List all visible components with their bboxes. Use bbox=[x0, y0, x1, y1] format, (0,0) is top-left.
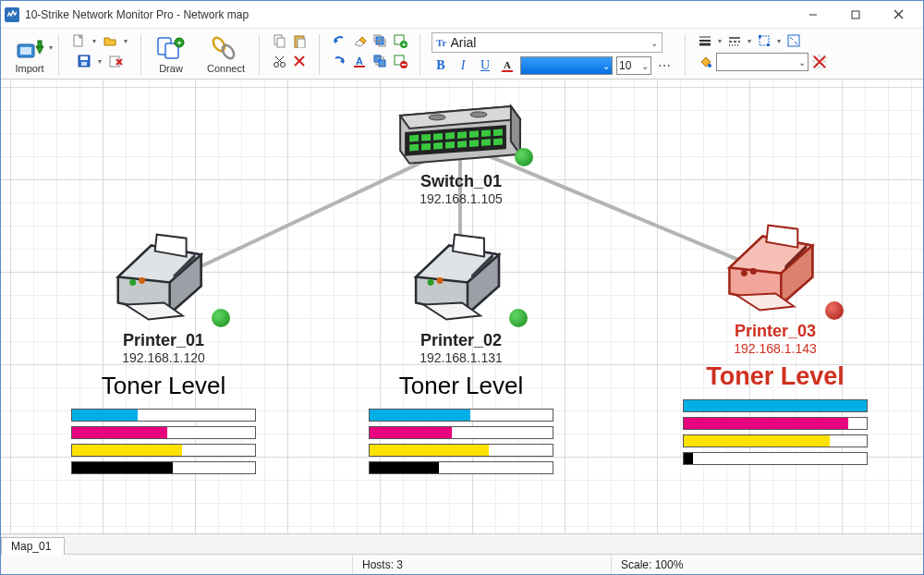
toner-bar-cyan bbox=[369, 409, 553, 422]
font-size-select[interactable]: 10⌄ bbox=[616, 56, 651, 75]
fill-color-select[interactable]: ⌄ bbox=[716, 53, 808, 71]
printer-node-2[interactable] bbox=[416, 235, 499, 320]
bold-button[interactable]: B bbox=[432, 56, 450, 75]
connect-button[interactable]: Connect bbox=[204, 32, 248, 77]
bring-front-button[interactable] bbox=[371, 32, 388, 49]
svg-rect-60 bbox=[767, 43, 770, 46]
status-dot-printer-2 bbox=[509, 309, 528, 327]
draw-icon: + bbox=[155, 35, 187, 61]
svg-rect-7 bbox=[38, 41, 42, 47]
connect-label: Connect bbox=[207, 63, 245, 74]
chevron-down-icon: ⌄ bbox=[650, 38, 658, 48]
truetype-icon: Tr bbox=[436, 37, 446, 48]
chevron-down-icon: ⌄ bbox=[602, 61, 610, 71]
toner-bar-cyan bbox=[683, 399, 868, 412]
svg-rect-25 bbox=[298, 39, 305, 48]
svg-rect-11 bbox=[80, 56, 88, 60]
switch-node[interactable] bbox=[400, 106, 520, 164]
map-canvas[interactable]: Switch_01 192.168.1.105 Printer_01 192.1… bbox=[1, 80, 923, 533]
app-icon bbox=[5, 7, 19, 22]
delete-button[interactable] bbox=[291, 53, 308, 69]
printer-node-1[interactable] bbox=[118, 235, 201, 320]
draw-label: Draw bbox=[159, 63, 183, 74]
italic-button[interactable]: I bbox=[454, 56, 472, 75]
add-object-button[interactable]: + bbox=[392, 32, 408, 49]
line-weight-button[interactable] bbox=[697, 32, 713, 49]
svg-rect-35 bbox=[376, 37, 383, 44]
no-fill-button[interactable] bbox=[811, 54, 828, 70]
paste-button[interactable] bbox=[291, 32, 308, 49]
remove-object-button[interactable] bbox=[392, 53, 408, 69]
toolbar: ▾ Import ▾ ▾ ▾ + Draw bbox=[1, 29, 923, 80]
svg-text:A: A bbox=[504, 59, 511, 70]
copy-button[interactable] bbox=[271, 32, 287, 49]
fit-button[interactable] bbox=[785, 32, 802, 49]
import-button[interactable]: ▾ Import bbox=[12, 32, 47, 77]
text-color-button[interactable]: A bbox=[351, 53, 368, 69]
chevron-down-icon[interactable]: ▾ bbox=[746, 37, 753, 45]
chevron-down-icon[interactable]: ▾ bbox=[122, 37, 129, 45]
chevron-down-icon[interactable]: ▾ bbox=[775, 37, 783, 45]
eraser-button[interactable] bbox=[351, 32, 368, 49]
redo-button[interactable] bbox=[331, 53, 347, 69]
svg-rect-43 bbox=[354, 66, 365, 67]
close-button[interactable] bbox=[877, 1, 919, 29]
chevron-down-icon: ⌄ bbox=[798, 57, 806, 67]
printer-1-name: Printer_01 bbox=[122, 331, 205, 350]
select-area-button[interactable] bbox=[756, 32, 772, 49]
svg-rect-49 bbox=[401, 64, 406, 66]
printer-2-ip: 192.168.1.131 bbox=[419, 350, 503, 365]
new-button[interactable] bbox=[70, 32, 87, 49]
svg-line-63 bbox=[795, 42, 797, 44]
cut-button[interactable] bbox=[271, 53, 287, 69]
svg-text:+: + bbox=[177, 39, 182, 47]
more-font-button[interactable]: ⋯ bbox=[655, 56, 674, 75]
open-button[interactable] bbox=[102, 32, 118, 49]
toner-bar-yellow bbox=[683, 434, 868, 447]
switch-ip: 192.168.1.105 bbox=[419, 191, 503, 206]
group-clipboard bbox=[265, 32, 313, 77]
delete-map-button[interactable] bbox=[107, 53, 124, 69]
save-button[interactable] bbox=[76, 53, 92, 69]
chevron-down-icon: ⌄ bbox=[641, 61, 649, 71]
group-import: ▾ Import bbox=[6, 32, 53, 77]
font-color-select[interactable]: ⌄ bbox=[520, 56, 613, 75]
underline-button[interactable]: U bbox=[476, 56, 494, 75]
printer-2-name: Printer_02 bbox=[419, 331, 503, 350]
group-font: Tr Arial ⌄ B I U A ⌄ 10⌄ ⋯ bbox=[426, 32, 679, 77]
chevron-down-icon: ▾ bbox=[47, 43, 55, 52]
font-family-select[interactable]: Tr Arial ⌄ bbox=[432, 32, 663, 53]
chevron-down-icon[interactable]: ▾ bbox=[96, 57, 103, 66]
map-tab[interactable]: Map_01 bbox=[1, 537, 65, 555]
minimize-button[interactable] bbox=[792, 1, 834, 29]
font-color-button[interactable]: A bbox=[498, 56, 517, 75]
toner-bar-magenta bbox=[369, 426, 553, 439]
undo-button[interactable] bbox=[331, 32, 347, 49]
svg-point-27 bbox=[280, 63, 285, 67]
line-dash-button[interactable] bbox=[726, 32, 743, 49]
group-file: ▾ ▾ ▾ bbox=[65, 32, 135, 77]
chevron-down-icon[interactable]: ▾ bbox=[91, 37, 98, 45]
maximize-button[interactable] bbox=[834, 1, 877, 29]
fill-button[interactable] bbox=[697, 54, 713, 70]
toner-bar-yellow bbox=[71, 444, 256, 457]
toner-block-1 bbox=[71, 409, 256, 479]
printer-node-3[interactable] bbox=[729, 226, 812, 311]
svg-rect-5 bbox=[20, 47, 31, 55]
svg-rect-23 bbox=[277, 38, 285, 47]
group-style: ▾ ▾ ▾ ⌄ bbox=[691, 32, 833, 77]
map-tab-bar: Map_01 bbox=[1, 533, 923, 554]
printer-1-label: Printer_01 192.168.1.120 bbox=[122, 331, 205, 365]
toner-bar-black bbox=[369, 461, 553, 474]
send-back-button[interactable] bbox=[371, 53, 388, 69]
window-title: 10-Strike Network Monitor Pro - Network … bbox=[25, 8, 249, 21]
title-bar: 10-Strike Network Monitor Pro - Network … bbox=[1, 1, 923, 29]
printer-2-label: Printer_02 192.168.1.131 bbox=[419, 331, 503, 365]
group-draw: + Draw bbox=[147, 32, 195, 77]
chevron-down-icon[interactable]: ▾ bbox=[716, 37, 723, 45]
draw-button[interactable]: + Draw bbox=[152, 32, 189, 77]
group-connect: Connect bbox=[199, 32, 253, 77]
toner-bar-magenta bbox=[71, 426, 256, 439]
switch-name: Switch_01 bbox=[419, 172, 503, 191]
toner-bar-yellow bbox=[369, 444, 553, 457]
